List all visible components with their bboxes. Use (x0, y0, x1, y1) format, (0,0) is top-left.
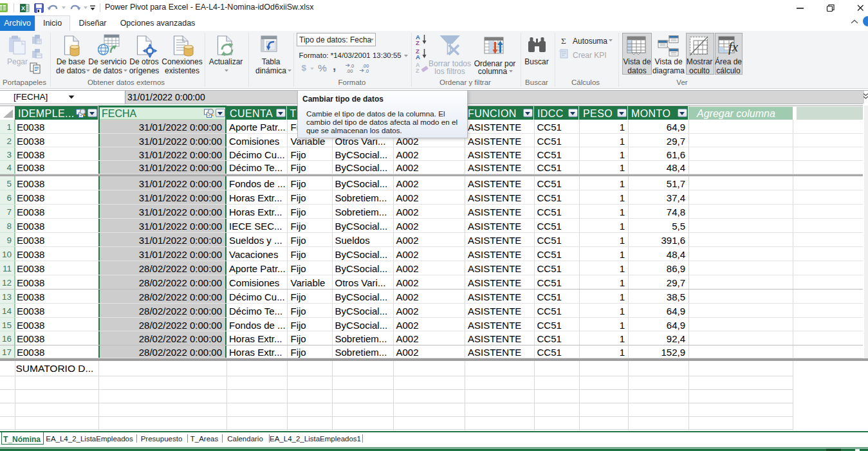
svg-text:Z: Z (416, 68, 420, 73)
svg-text:A: A (416, 53, 420, 60)
svg-text:.00: .00 (346, 68, 353, 73)
svg-text:X: X (21, 5, 25, 12)
svg-text:Σ: Σ (561, 36, 566, 46)
svg-text:.0: .0 (365, 68, 369, 73)
svg-text:Z: Z (416, 39, 420, 45)
svg-text:fx: fx (728, 39, 739, 55)
